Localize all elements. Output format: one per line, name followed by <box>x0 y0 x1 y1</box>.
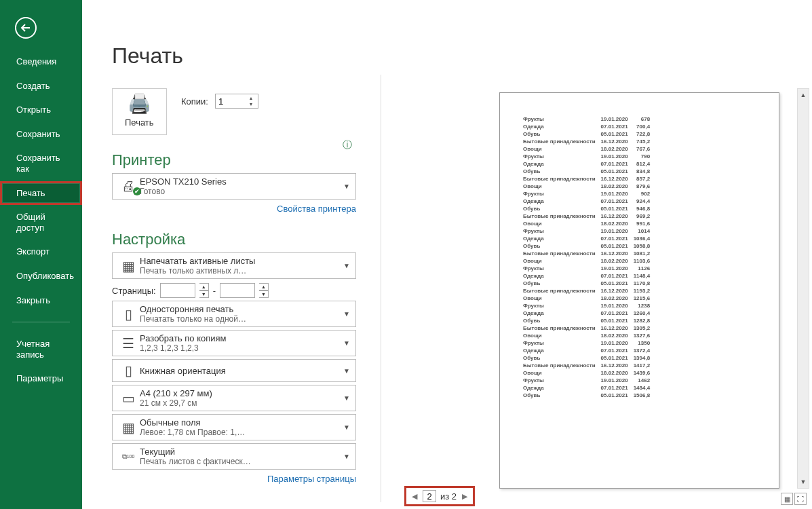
collate-line1: Разобрать по копиям <box>140 333 342 343</box>
sidebar-item-share[interactable]: Общий доступ <box>0 205 82 240</box>
pages-label: Страницы: <box>112 286 156 296</box>
table-row: Одежда07.01.20211036,4 <box>523 235 655 243</box>
table-row: Обувь05.01.20211282,8 <box>523 318 655 325</box>
sidebar-item-new[interactable]: Создать <box>0 74 82 98</box>
table-row: Фрукты19.01.20201014 <box>523 228 655 235</box>
sides-select[interactable]: ▯ Односторонняя печать Печатать только н… <box>112 301 356 327</box>
scale-select[interactable]: ⧉100 Текущий Печать листов с фактическ… … <box>112 443 356 470</box>
margins-line2: Левое: 1,78 см Правое: 1,… <box>140 428 342 437</box>
margins-icon: ▦ <box>117 419 140 436</box>
sidebar-item-info[interactable]: Сведения <box>0 50 82 74</box>
pages-to-down[interactable]: ▼ <box>259 290 269 298</box>
sidebar-item-print[interactable]: Печать <box>0 181 82 206</box>
page-title: Печать <box>112 43 183 69</box>
table-row: Овощи18.02.20201103,6 <box>523 258 655 265</box>
table-row: Обувь05.01.20211058,8 <box>523 243 655 250</box>
table-row: Овощи18.02.20201327,6 <box>523 333 655 340</box>
chevron-down-icon: ▼ <box>342 262 351 269</box>
margins-line1: Обычные поля <box>140 417 342 428</box>
margins-select[interactable]: ▦ Обычные поля Левое: 1,78 см Правое: 1,… <box>112 414 356 440</box>
table-row: Овощи18.02.2020991,6 <box>523 221 655 228</box>
pages-range: Страницы: ▲▼ - ▲▼ <box>112 283 356 298</box>
printer-status: Готово <box>140 187 342 196</box>
table-row: Фрукты19.01.2020902 <box>523 191 655 198</box>
pages-from-up[interactable]: ▲ <box>199 283 209 290</box>
paper-line1: A4 (210 x 297 мм) <box>140 388 342 398</box>
table-row: Одежда07.01.2021812,4 <box>523 161 655 168</box>
preview-table: Фрукты19.01.2020678Одежда07.01.2021700,4… <box>523 116 655 400</box>
show-margins-icon[interactable]: ▦ <box>781 493 793 505</box>
table-row: Фрукты19.01.20201238 <box>523 303 655 310</box>
printer-properties-link[interactable]: Свойства принтера <box>277 204 356 214</box>
paper-icon: ▭ <box>117 390 140 407</box>
table-row: Одежда07.01.20211372,4 <box>523 347 655 355</box>
scale-line1: Текущий <box>140 447 342 457</box>
sidebar-item-saveas[interactable]: Сохранить как <box>0 146 82 181</box>
preview-vscroll[interactable]: ▲ ▼ <box>797 88 809 489</box>
main-area: Печать 🖨️ Печать Копии: ▲▼ ⓘ Принтер 🖨 E… <box>82 0 812 509</box>
sidebar-item-account[interactable]: Учетная запись <box>0 332 82 366</box>
chevron-down-icon: ▼ <box>342 394 351 402</box>
pages-dash: - <box>213 286 216 296</box>
page-current-input[interactable] <box>423 490 436 502</box>
table-row: Обувь05.01.2021834,8 <box>523 168 655 176</box>
scroll-down-icon[interactable]: ▼ <box>798 476 809 488</box>
table-row: Одежда07.01.20211484,4 <box>523 385 655 392</box>
sidebar-item-options[interactable]: Параметры <box>0 366 82 391</box>
orientation-select[interactable]: ▯ Книжная ориентация ▼ <box>112 359 356 382</box>
print-button[interactable]: 🖨️ Печать <box>112 88 167 135</box>
print-what-line2: Печать только активных л… <box>140 266 342 276</box>
sidebar-item-publish[interactable]: Опубликовать <box>0 264 82 288</box>
table-row: Обувь05.01.2021946,8 <box>523 206 655 213</box>
collate-select[interactable]: ☰ Разобрать по копиям 1,2,3 1,2,3 1,2,3 … <box>112 330 356 356</box>
table-row: Бытовые принадлежности16.12.20201305,2 <box>523 325 655 333</box>
print-button-label: Печать <box>125 117 154 128</box>
copies-control: Копии: ▲▼ <box>181 94 258 109</box>
table-row: Бытовые принадлежности16.12.20201081,2 <box>523 250 655 258</box>
printer-info-icon[interactable]: ⓘ <box>343 139 352 151</box>
table-row: Овощи18.02.20201439,6 <box>523 370 655 377</box>
paper-line2: 21 см x 29,7 см <box>140 398 342 408</box>
print-what-select[interactable]: ▦ Напечатать активные листы Печать тольк… <box>112 252 356 279</box>
table-row: Фрукты19.01.20201350 <box>523 340 655 347</box>
scroll-up-icon[interactable]: ▲ <box>798 89 809 101</box>
scale-icon: ⧉100 <box>117 453 140 461</box>
table-row: Одежда07.01.20211148,4 <box>523 273 655 280</box>
table-row: Фрукты19.01.2020678 <box>523 116 655 124</box>
scale-line2: Печать листов с фактическ… <box>140 457 342 466</box>
page-nav: ◀ из 2 ▶ <box>404 486 475 506</box>
sidebar-item-save[interactable]: Сохранить <box>0 122 82 147</box>
sidebar-item-export[interactable]: Экспорт <box>0 240 82 264</box>
table-row: Бытовые принадлежности16.12.2020745,2 <box>523 138 655 146</box>
paper-select[interactable]: ▭ A4 (210 x 297 мм) 21 см x 29,7 см ▼ <box>112 385 356 411</box>
sidebar-item-open[interactable]: Открыть <box>0 98 82 122</box>
print-settings-panel: 🖨️ Печать Копии: ▲▼ ⓘ Принтер 🖨 EPSON TX… <box>112 88 356 485</box>
pages-from-input[interactable] <box>160 283 195 298</box>
page-setup-link[interactable]: Параметры страницы <box>267 474 356 484</box>
page-single-icon: ▯ <box>117 306 140 322</box>
pages-from-down[interactable]: ▼ <box>199 290 209 298</box>
copies-down-icon[interactable]: ▼ <box>246 101 256 107</box>
page-next-icon[interactable]: ▶ <box>461 492 469 501</box>
pages-to-input[interactable] <box>220 283 255 298</box>
printer-select[interactable]: 🖨 EPSON TX210 Series Готово ▼ <box>112 173 356 200</box>
chevron-down-icon: ▼ <box>342 367 351 375</box>
zoom-to-page-icon[interactable]: ⛶ <box>794 493 807 505</box>
table-row: Бытовые принадлежности16.12.20201193,2 <box>523 288 655 295</box>
sidebar-item-close[interactable]: Закрыть <box>0 288 82 313</box>
sides-line2: Печатать только на одной… <box>140 314 342 324</box>
table-row: Бытовые принадлежности16.12.2020857,2 <box>523 176 655 183</box>
printer-name: EPSON TX210 Series <box>140 176 342 187</box>
sides-line1: Односторонняя печать <box>140 304 342 314</box>
page-prev-icon[interactable]: ◀ <box>410 492 419 501</box>
table-row: Обувь05.01.20211394,8 <box>523 355 655 362</box>
copies-up-icon[interactable]: ▲ <box>246 95 256 101</box>
table-row: Овощи18.02.2020879,6 <box>523 183 655 191</box>
back-button[interactable] <box>15 17 37 39</box>
printer-section-title: Принтер <box>112 151 356 169</box>
copies-spinner[interactable]: ▲▼ <box>215 94 258 109</box>
sidebar-menu: Сведения Создать Открыть Сохранить Сохра… <box>0 50 82 391</box>
chevron-down-icon: ▼ <box>342 339 351 347</box>
pages-to-up[interactable]: ▲ <box>259 283 269 290</box>
copies-input[interactable] <box>216 94 246 108</box>
